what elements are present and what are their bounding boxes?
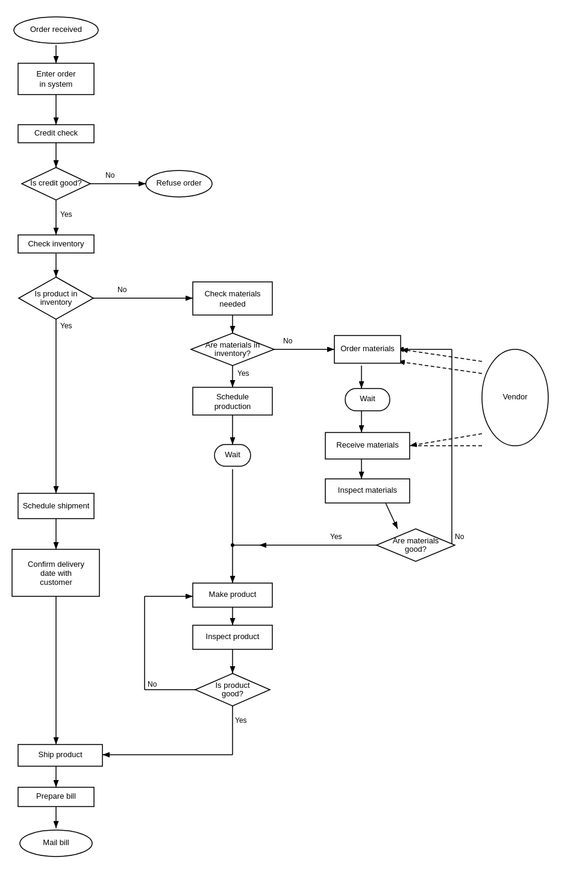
label-enter-order-1: Enter order xyxy=(36,69,76,78)
label-check-inventory: Check inventory xyxy=(28,239,84,248)
label-inspect-product: Inspect product xyxy=(206,632,260,641)
label-no-prod: No xyxy=(148,680,157,688)
join-point-production xyxy=(231,543,234,547)
arrow-vendor-receive xyxy=(410,434,482,446)
label-is-product-2: inventory xyxy=(40,298,72,307)
label-are-mat-2: inventory? xyxy=(214,349,251,358)
label-is-product-good-2: good? xyxy=(222,689,243,698)
label-refuse-order: Refuse order xyxy=(156,178,202,187)
label-yes-product: Yes xyxy=(60,322,72,330)
label-are-mat-good-2: good? xyxy=(405,545,427,554)
label-vendor: Vendor xyxy=(502,392,528,401)
shape-check-materials xyxy=(193,282,272,315)
label-sched-prod-1: Schedule xyxy=(216,392,249,401)
label-enter-order-2: in system xyxy=(40,80,73,89)
arrow-inspect-to-good xyxy=(386,503,398,529)
arrow-vendor-to-order xyxy=(398,361,482,373)
label-no-credit: No xyxy=(105,171,115,180)
label-credit-check: Credit check xyxy=(34,128,78,137)
label-check-mat-1: Check materials xyxy=(204,289,261,298)
label-confirm-3: customer xyxy=(40,578,72,587)
label-yes-prod: Yes xyxy=(235,716,247,725)
label-confirm-2: date with xyxy=(40,569,72,578)
arrow-vendor-order xyxy=(401,349,482,361)
label-schedule-shipment: Schedule shipment xyxy=(23,501,90,510)
shape-enter-order xyxy=(18,63,94,95)
label-confirm-1: Confirm delivery xyxy=(28,560,84,569)
label-yes-credit: Yes xyxy=(60,210,72,219)
label-order-mat: Order materials xyxy=(340,344,395,353)
label-is-credit-good: Is credit good? xyxy=(30,178,81,187)
label-no-product: No xyxy=(117,286,127,294)
label-yes-mat: Yes xyxy=(237,369,249,378)
label-order-received: Order received xyxy=(30,25,82,34)
label-is-product-good-1: Is product xyxy=(215,681,249,690)
label-are-mat-1: Are materials in xyxy=(205,340,260,349)
label-wait2: Wait xyxy=(225,450,240,459)
label-are-mat-good-1: Are materials xyxy=(393,536,439,545)
label-receive-mat: Receive materials xyxy=(336,440,399,449)
label-wait1: Wait xyxy=(360,394,375,403)
label-is-product-1: Is product in xyxy=(35,289,78,298)
label-no-mat: No xyxy=(283,337,293,345)
label-check-mat-2: needed xyxy=(219,299,245,308)
label-ship-product: Ship product xyxy=(39,750,83,759)
label-inspect-mat: Inspect materials xyxy=(338,485,398,495)
label-mail-bill: Mail bill xyxy=(43,838,69,847)
label-make-product: Make product xyxy=(209,590,257,599)
label-no-mat-good: No xyxy=(455,532,464,541)
label-prepare-bill: Prepare bill xyxy=(36,791,76,801)
label-yes-mat-good: Yes xyxy=(330,532,342,541)
label-sched-prod-2: production xyxy=(214,402,251,411)
